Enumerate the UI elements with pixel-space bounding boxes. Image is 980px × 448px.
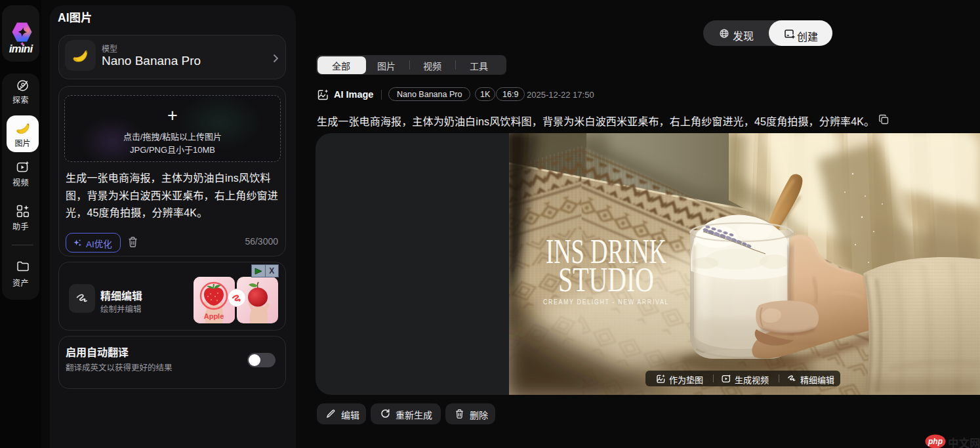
svg-text:STUDIO: STUDIO — [558, 260, 654, 298]
svg-text:Apple: Apple — [204, 312, 224, 320]
svg-text:CREAMY DELIGHT - NEW ARRIVAL: CREAMY DELIGHT - NEW ARRIVAL — [543, 298, 669, 306]
svg-text:php: php — [928, 437, 943, 446]
